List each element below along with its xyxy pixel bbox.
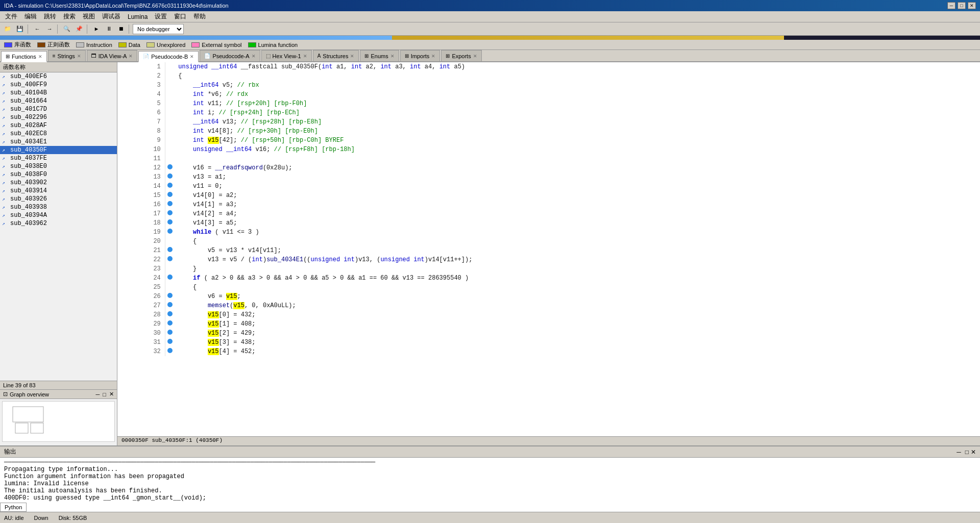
output-close-btn[interactable]: ✕ (971, 449, 976, 456)
tab-pseudocode-a[interactable]: 📄 Pseudocode-A ✕ (200, 50, 260, 61)
func-item-sub_402296[interactable]: ↗sub_402296 (0, 113, 117, 121)
line-code[interactable]: v14[0] = a2; (174, 191, 979, 200)
menu-item-窗口[interactable]: 窗口 (171, 11, 189, 22)
func-item-sub_403926[interactable]: ↗sub_403926 (0, 195, 117, 203)
tab-exports[interactable]: ⊞ Exports ✕ (441, 50, 481, 61)
line-code[interactable]: v15[2] = 429; (174, 329, 979, 338)
tab-functions[interactable]: ⊞ Functions ✕ (1, 51, 47, 62)
line-code[interactable]: __int64 v5; // rbx (174, 81, 979, 90)
run-button[interactable]: ▶ (91, 23, 102, 35)
line-code[interactable]: v16 = __readfsqword(0x28u); (174, 163, 979, 172)
graph-min-btn[interactable]: ─ (96, 391, 100, 397)
graph-restore-btn[interactable]: □ (103, 391, 106, 397)
output-tab-python[interactable]: Python (0, 503, 27, 512)
func-item-sub_4038F0[interactable]: ↗sub_4038F0 (0, 170, 117, 179)
menu-item-帮助[interactable]: 帮助 (190, 11, 209, 22)
minimize-button[interactable]: ─ (947, 2, 955, 9)
tab-pseudocode-b[interactable]: 📄 Pseudocode-B ✕ (138, 51, 199, 62)
tab-hex-view-close[interactable]: ✕ (303, 54, 307, 59)
line-code[interactable]: { (174, 237, 979, 246)
line-code[interactable]: int v11; // [rsp+20h] [rbp-F0h] (174, 99, 979, 108)
tab-strings-close[interactable]: ✕ (77, 54, 81, 59)
line-code[interactable]: { (174, 283, 979, 292)
line-code[interactable]: while ( v11 <= 3 ) (174, 228, 979, 237)
line-code[interactable]: } (174, 264, 979, 273)
tab-hex-view[interactable]: ⬚ Hex View-1 ✕ (261, 50, 312, 61)
func-item-sub_40350F[interactable]: ↗sub_40350F (0, 146, 117, 154)
menu-item-设置[interactable]: 设置 (152, 11, 170, 22)
line-code[interactable]: memset(v15, 0, 0xA0uLL); (174, 301, 979, 310)
graph-close-btn[interactable]: ✕ (109, 391, 114, 397)
func-item-sub_403914[interactable]: ↗sub_403914 (0, 187, 117, 195)
func-item-sub_401C7D[interactable]: ↗sub_401C7D (0, 105, 117, 113)
func-item-sub_4038E0[interactable]: ↗sub_4038E0 (0, 162, 117, 170)
line-code[interactable]: v15[3] = 438; (174, 338, 979, 347)
stop-button[interactable]: ⏹ (115, 23, 127, 35)
menu-item-搜索[interactable]: 搜索 (60, 11, 79, 22)
line-code[interactable]: v14[2] = a4; (174, 209, 979, 218)
line-code[interactable]: v5 = v13 * v14[v11]; (174, 246, 979, 255)
line-code[interactable]: v13 = a1; (174, 172, 979, 182)
tab-exports-close[interactable]: ✕ (473, 54, 477, 59)
line-code[interactable]: v14[1] = a3; (174, 200, 979, 209)
func-item-sub_401664[interactable]: ↗sub_401664 (0, 97, 117, 105)
tab-imports[interactable]: ⊞ Imports ✕ (400, 50, 440, 61)
functions-list[interactable]: ↗sub_400EF6↗sub_400FF9↗sub_40104B↗sub_40… (0, 72, 117, 381)
func-item-sub_403962[interactable]: ↗sub_403962 (0, 219, 117, 228)
tab-enums[interactable]: ⊞ Enums ✕ (360, 50, 399, 61)
line-code[interactable]: v15[4] = 452; (174, 347, 979, 356)
save-button[interactable]: 💾 (14, 23, 26, 35)
line-code[interactable]: v6 = v15; (174, 292, 979, 301)
func-item-sub_400EF6[interactable]: ↗sub_400EF6 (0, 72, 117, 81)
line-code[interactable]: int v15[42]; // [rsp+50h] [rbp-C0h] BYRE… (174, 136, 979, 145)
func-item-sub_403938[interactable]: ↗sub_403938 (0, 203, 117, 211)
menu-item-视图[interactable]: 视图 (80, 11, 98, 22)
tab-ida-view-a[interactable]: 🗖 IDA View-A ✕ (87, 50, 137, 61)
close-button[interactable]: ✕ (968, 2, 976, 9)
back-button[interactable]: ← (32, 23, 43, 35)
line-code[interactable]: v14[3] = a5; (174, 218, 979, 228)
output-restore-btn[interactable]: □ (965, 449, 969, 456)
line-code[interactable]: unsigned __int64 __fastcall sub_40350F(i… (174, 62, 979, 71)
menu-item-调试器[interactable]: 调试器 (99, 11, 124, 22)
line-code[interactable]: if ( a2 > 0 && a3 > 0 && a4 > 0 && a5 > … (174, 273, 979, 283)
maximize-button[interactable]: □ (958, 2, 966, 9)
menu-item-文件[interactable]: 文件 (2, 11, 20, 22)
line-code[interactable] (174, 154, 979, 163)
func-item-sub_4034E1[interactable]: ↗sub_4034E1 (0, 138, 117, 146)
func-item-sub_403902[interactable]: ↗sub_403902 (0, 179, 117, 187)
line-code[interactable]: v13 = v5 / (int)sub_4034E1((unsigned int… (174, 255, 979, 264)
func-item-sub_4028AF[interactable]: ↗sub_4028AF (0, 121, 117, 130)
tab-functions-close[interactable]: ✕ (38, 54, 42, 59)
tab-structures-close[interactable]: ✕ (350, 54, 354, 59)
line-code[interactable]: v15[1] = 408; (174, 319, 979, 329)
tab-ida-view-close[interactable]: ✕ (129, 54, 133, 59)
pause-button[interactable]: ⏸ (103, 23, 114, 35)
tab-pseudocode-a-close[interactable]: ✕ (252, 54, 256, 59)
tab-structures[interactable]: A Structures ✕ (313, 50, 359, 61)
line-code[interactable]: unsigned __int64 v16; // [rsp+F8h] [rbp-… (174, 145, 979, 154)
forward-button[interactable]: → (44, 23, 55, 35)
line-code[interactable]: int *v6; // rdx (174, 90, 979, 99)
tab-imports-close[interactable]: ✕ (431, 54, 435, 59)
func-item-sub_40394A[interactable]: ↗sub_40394A (0, 211, 117, 219)
line-code[interactable]: v11 = 0; (174, 182, 979, 191)
code-scroll[interactable]: 1unsigned __int64 __fastcall sub_40350F(… (117, 62, 980, 436)
menu-item-Lumina[interactable]: Lumina (125, 12, 151, 21)
func-item-sub_40104B[interactable]: ↗sub_40104B (0, 89, 117, 97)
line-code[interactable]: int i; // [rsp+24h] [rbp-ECh] (174, 108, 979, 117)
output-min-btn[interactable]: ─ (957, 449, 961, 456)
open-button[interactable]: 📁 (2, 23, 13, 35)
tab-pseudocode-b-close[interactable]: ✕ (190, 54, 194, 59)
line-code[interactable]: v15[0] = 432; (174, 310, 979, 319)
menu-item-编辑[interactable]: 编辑 (21, 11, 40, 22)
find-button[interactable]: 🔍 (61, 23, 72, 35)
goto-button[interactable]: 📌 (74, 23, 85, 35)
menu-item-跳转[interactable]: 跳转 (41, 11, 59, 22)
line-code[interactable]: int v14[8]; // [rsp+30h] [rbp-E0h] (174, 127, 979, 136)
func-item-sub_4037FE[interactable]: ↗sub_4037FE (0, 154, 117, 162)
debugger-select[interactable]: No debugger (133, 24, 184, 34)
tab-strings[interactable]: ≡ Strings ✕ (48, 50, 86, 61)
line-code[interactable]: { (174, 71, 979, 81)
tab-enums-close[interactable]: ✕ (390, 54, 395, 59)
